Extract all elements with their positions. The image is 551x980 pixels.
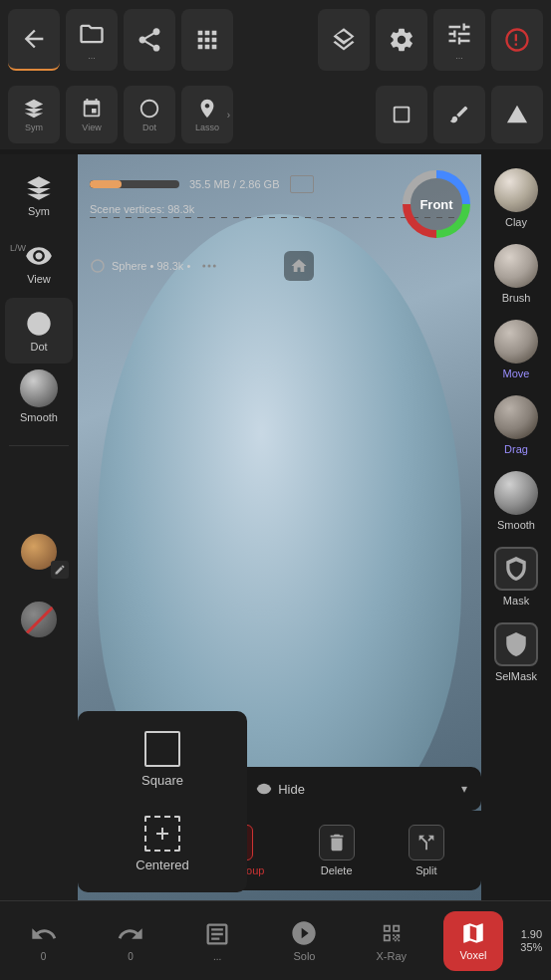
split-icon [409, 825, 444, 860]
delete-label: Delete [321, 864, 353, 876]
move-icon [494, 320, 538, 364]
sym-label: Sym [25, 122, 43, 132]
view-label: View [82, 122, 101, 132]
toolbar-left: ... [8, 9, 233, 71]
second-toolbar: L/W Sym View Dot Lasso › [0, 80, 551, 149]
sidebar-dot-label: Dot [30, 341, 47, 353]
sidebar-view-label: View [27, 273, 51, 285]
move-label: Move [503, 368, 530, 379]
dot-label: Dot [142, 122, 156, 132]
xray-button[interactable]: X-Ray [357, 919, 426, 962]
sliders-button[interactable]: ... [433, 9, 485, 71]
expand-button[interactable] [290, 175, 314, 193]
square-shape-label: Square [141, 773, 183, 788]
sphere-info-bar: Sphere • 98.3k • [90, 251, 314, 281]
undo-count: 0 [41, 951, 47, 962]
delete-button[interactable]: Delete [319, 825, 355, 876]
square-shape-icon [144, 731, 180, 767]
dots-icon [200, 257, 218, 275]
sidebar-view[interactable]: View [5, 230, 73, 296]
alpha-pen-button[interactable] [51, 561, 69, 579]
files-button[interactable]: ... [66, 9, 118, 71]
xray-label: X-Ray [376, 950, 407, 962]
redo-button[interactable]: 0 [96, 920, 165, 962]
shape-picker-popup: Square Centered [78, 711, 247, 892]
square-shape-option[interactable]: Square [88, 721, 237, 798]
sidebar-alpha[interactable] [5, 519, 73, 585]
svg-point-1 [208, 265, 211, 268]
drag-tool[interactable]: Drag [486, 389, 546, 461]
share-button[interactable] [124, 9, 175, 71]
pages-label: ... [213, 951, 221, 962]
drag-label: Drag [504, 443, 528, 455]
selmask-label: SelMask [495, 670, 537, 682]
solo-button[interactable]: Solo [269, 919, 339, 962]
undo-button[interactable]: 0 [9, 920, 79, 962]
grid-button[interactable] [181, 9, 233, 71]
sphere-label: Sphere • 98.3k • [112, 260, 190, 272]
zoom-percent: 35% [520, 941, 542, 953]
svg-point-0 [203, 265, 206, 268]
gizmo-svg: Front [402, 169, 471, 239]
clay-label: Clay [505, 216, 527, 228]
mask-icon [494, 547, 538, 591]
select-tool-button[interactable] [376, 86, 427, 143]
second-toolbar-left: L/W Sym View Dot Lasso › [8, 86, 233, 143]
hide-chevron-right[interactable]: ▾ [461, 782, 467, 796]
files-label: ... [88, 51, 96, 61]
smooth-label: Smooth [497, 519, 535, 531]
right-sidebar: Clay Brush Move Drag Smooth Mask SelMask [481, 154, 551, 900]
layers-button[interactable] [318, 9, 370, 71]
orientation-gizmo[interactable]: Front [402, 169, 471, 239]
left-sidebar: Sym View Dot Show Smooth [0, 154, 78, 900]
redo-count: 0 [128, 951, 134, 962]
centered-shape-label: Centered [136, 858, 188, 872]
back-button[interactable] [8, 9, 60, 71]
lw-label: L/W [10, 243, 26, 253]
mask-tool[interactable]: Mask [486, 541, 546, 612]
bottom-nav: 0 0 ... Solo X-Ray Voxel 1.90 35% [0, 900, 551, 980]
centered-shape-icon [144, 816, 180, 852]
second-toolbar-right [376, 86, 543, 143]
zoom-value: 1.90 [521, 928, 542, 940]
clay-icon [494, 168, 538, 212]
svg-text:Front: Front [419, 197, 453, 212]
selmask-tool[interactable]: SelMask [486, 616, 546, 688]
zoom-indicator: 1.90 35% [520, 928, 542, 953]
pages-button[interactable]: ... [182, 920, 252, 962]
drag-icon [494, 395, 538, 439]
sidebar-smooth[interactable]: Smooth [5, 364, 73, 429]
hide-icon-svg [256, 781, 272, 797]
sidebar-sym[interactable]: Sym [5, 162, 73, 228]
brush-tool[interactable]: Brush [486, 238, 546, 310]
home-button[interactable] [284, 251, 314, 281]
svg-point-2 [213, 265, 216, 268]
dot-button[interactable]: Dot [124, 86, 175, 143]
sidebar-alpha-red[interactable] [5, 587, 73, 652]
paint-tool-button[interactable] [433, 86, 485, 143]
sliders-label: ... [455, 51, 463, 61]
smooth-tool[interactable]: Smooth [486, 465, 546, 537]
lasso-button[interactable]: Lasso › [181, 86, 233, 143]
lasso-label: Lasso [195, 122, 219, 132]
sym-button[interactable]: Sym [8, 86, 60, 143]
memory-bar [90, 180, 179, 188]
voxel-button[interactable]: Voxel [443, 911, 503, 971]
sidebar-sym-label: Sym [28, 205, 50, 217]
settings-button[interactable] [376, 9, 427, 71]
triangle-tool-button[interactable] [491, 86, 543, 143]
mask-label: Mask [503, 595, 529, 607]
view-button[interactable]: View [66, 86, 118, 143]
memory-text: 35.5 MB / 2.86 GB [189, 178, 280, 190]
slash-overlay [22, 605, 55, 637]
split-button[interactable]: Split [409, 825, 444, 876]
move-tool[interactable]: Move [486, 314, 546, 385]
centered-shape-option[interactable]: Centered [88, 806, 237, 882]
brand-button[interactable] [491, 9, 543, 71]
sidebar-dot[interactable]: Dot [5, 298, 73, 364]
brush-label: Brush [502, 292, 531, 304]
sphere-ico [90, 258, 106, 274]
clay-tool[interactable]: Clay [486, 162, 546, 234]
memory-fill [90, 180, 122, 188]
delete-icon [319, 825, 355, 860]
